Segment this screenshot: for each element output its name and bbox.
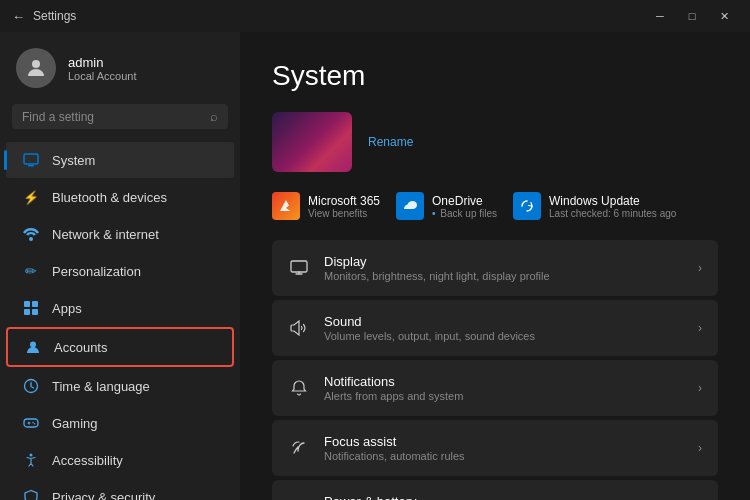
winupdate-icon xyxy=(513,192,541,220)
notifications-icon xyxy=(288,377,310,399)
system-icon xyxy=(22,151,40,169)
sidebar-item-gaming[interactable]: Gaming xyxy=(6,405,234,441)
svg-point-13 xyxy=(30,454,33,457)
gaming-label: Gaming xyxy=(52,416,98,431)
svg-point-8 xyxy=(30,342,36,348)
search-icon: ⌕ xyxy=(210,109,218,124)
back-icon[interactable]: ← xyxy=(12,9,25,24)
network-icon xyxy=(22,225,40,243)
winupdate-sub: Last checked: 6 minutes ago xyxy=(549,208,676,219)
page-title: System xyxy=(272,60,718,92)
sidebar-item-accessibility[interactable]: Accessibility xyxy=(6,442,234,478)
sound-sub: Volume levels, output, input, sound devi… xyxy=(324,330,684,342)
profile-sub: Local Account xyxy=(68,70,137,82)
avatar xyxy=(16,48,56,88)
search-input[interactable] xyxy=(22,110,202,124)
content: System Rename Microsoft 365 View benefit… xyxy=(240,32,750,500)
titlebar: ← Settings ─ □ ✕ xyxy=(0,0,750,32)
sidebar-item-accounts[interactable]: Accounts xyxy=(6,327,234,367)
notifications-chevron: › xyxy=(698,381,702,395)
profile-info: admin Local Account xyxy=(68,55,137,82)
sidebar-item-network[interactable]: Network & internet xyxy=(6,216,234,252)
time-label: Time & language xyxy=(52,379,150,394)
profile-name: admin xyxy=(68,55,137,70)
focus-title: Focus assist xyxy=(324,434,684,449)
hero-thumbnail xyxy=(272,112,352,172)
accessibility-icon xyxy=(22,451,40,469)
display-sub: Monitors, brightness, night light, displ… xyxy=(324,270,684,282)
display-icon xyxy=(288,257,310,279)
svg-rect-6 xyxy=(24,309,30,315)
sound-chevron: › xyxy=(698,321,702,335)
sidebar-item-system[interactable]: System xyxy=(6,142,234,178)
bluetooth-icon: ⚡ xyxy=(22,188,40,206)
gaming-icon xyxy=(22,414,40,432)
sidebar-item-personalization[interactable]: ✏ Personalization xyxy=(6,253,234,289)
personalization-icon: ✏ xyxy=(22,262,40,280)
onedrive-text: OneDrive • Back up files xyxy=(432,194,497,219)
setting-row-sound[interactable]: Sound Volume levels, output, input, soun… xyxy=(272,300,718,356)
titlebar-controls: ─ □ ✕ xyxy=(646,6,738,26)
quick-link-ms365[interactable]: Microsoft 365 View benefits xyxy=(272,192,380,220)
focus-chevron: › xyxy=(698,441,702,455)
ms365-icon xyxy=(272,192,300,220)
svg-rect-16 xyxy=(291,261,307,272)
power-text: Power & battery Sleep, battery usage, ba… xyxy=(324,494,684,500)
notifications-title: Notifications xyxy=(324,374,684,389)
svg-rect-4 xyxy=(24,301,30,307)
notifications-text: Notifications Alerts from apps and syste… xyxy=(324,374,684,402)
close-button[interactable]: ✕ xyxy=(710,6,738,26)
quick-link-onedrive[interactable]: OneDrive • Back up files xyxy=(396,192,497,220)
svg-rect-1 xyxy=(24,154,38,164)
onedrive-sub: • Back up files xyxy=(432,208,497,219)
onedrive-title: OneDrive xyxy=(432,194,497,208)
svg-point-11 xyxy=(32,422,34,424)
minimize-button[interactable]: ─ xyxy=(646,6,674,26)
sound-title: Sound xyxy=(324,314,684,329)
sidebar-nav: System ⚡ Bluetooth & devices Network & i… xyxy=(0,141,240,500)
titlebar-title: Settings xyxy=(33,9,76,23)
sidebar-item-time[interactable]: Time & language xyxy=(6,368,234,404)
accounts-icon xyxy=(24,338,42,356)
svg-rect-5 xyxy=(32,301,38,307)
sidebar-item-apps[interactable]: Apps xyxy=(6,290,234,326)
privacy-icon xyxy=(22,488,40,500)
winupdate-title: Windows Update xyxy=(549,194,676,208)
accounts-label: Accounts xyxy=(54,340,107,355)
sound-text: Sound Volume levels, output, input, soun… xyxy=(324,314,684,342)
sidebar-item-privacy[interactable]: Privacy & security xyxy=(6,479,234,500)
personalization-label: Personalization xyxy=(52,264,141,279)
sidebar-profile: admin Local Account xyxy=(0,32,240,100)
setting-row-display[interactable]: Display Monitors, brightness, night ligh… xyxy=(272,240,718,296)
search-box[interactable]: ⌕ xyxy=(12,104,228,129)
ms365-text: Microsoft 365 View benefits xyxy=(308,194,380,219)
rename-link[interactable]: Rename xyxy=(368,135,413,149)
maximize-button[interactable]: □ xyxy=(678,6,706,26)
ms365-sub: View benefits xyxy=(308,208,380,219)
svg-rect-10 xyxy=(24,419,38,427)
setting-row-power[interactable]: Power & battery Sleep, battery usage, ba… xyxy=(272,480,718,500)
sound-icon xyxy=(288,317,310,339)
svg-point-3 xyxy=(29,237,33,241)
sidebar-item-bluetooth[interactable]: ⚡ Bluetooth & devices xyxy=(6,179,234,215)
apps-icon xyxy=(22,299,40,317)
setting-row-notifications[interactable]: Notifications Alerts from apps and syste… xyxy=(272,360,718,416)
svg-rect-2 xyxy=(28,165,34,167)
quick-link-winupdate[interactable]: Windows Update Last checked: 6 minutes a… xyxy=(513,192,676,220)
apps-label: Apps xyxy=(52,301,82,316)
network-label: Network & internet xyxy=(52,227,159,242)
svg-point-12 xyxy=(34,423,36,425)
privacy-label: Privacy & security xyxy=(52,490,155,501)
setting-row-focus[interactable]: Focus assist Notifications, automatic ru… xyxy=(272,420,718,476)
hero-card: Rename xyxy=(272,112,718,172)
display-chevron: › xyxy=(698,261,702,275)
onedrive-icon xyxy=(396,192,424,220)
svg-point-0 xyxy=(32,60,40,68)
main-layout: admin Local Account ⌕ System ⚡ Bluetooth… xyxy=(0,32,750,500)
focus-icon xyxy=(288,437,310,459)
display-text: Display Monitors, brightness, night ligh… xyxy=(324,254,684,282)
power-title: Power & battery xyxy=(324,494,684,500)
focus-sub: Notifications, automatic rules xyxy=(324,450,684,462)
bluetooth-label: Bluetooth & devices xyxy=(52,190,167,205)
system-label: System xyxy=(52,153,95,168)
